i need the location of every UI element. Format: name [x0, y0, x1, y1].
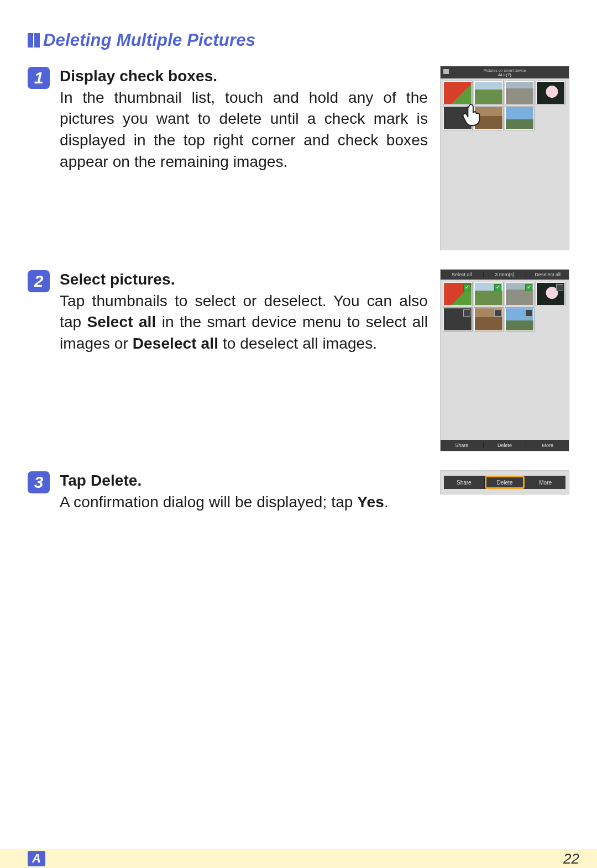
- step-2-body-b2: De­select all: [133, 335, 218, 352]
- checkbox-icon: [525, 309, 532, 317]
- thumbnail[interactable]: [505, 107, 534, 130]
- section-heading: Deleting Multiple Pictures: [28, 30, 569, 50]
- step-3-figure: Share Delete More: [440, 470, 569, 495]
- step-1-headline: Display check boxes.: [60, 67, 217, 85]
- selection-count: 3 Item(s): [483, 272, 526, 277]
- check-icon: ✓: [525, 284, 532, 291]
- step-3-headline: Tap Delete.: [60, 472, 142, 489]
- thumbnail[interactable]: [505, 308, 534, 331]
- step-3-text: Tap Delete. A confirmation dialog will b…: [60, 470, 428, 513]
- touch-hand-icon: [462, 102, 483, 127]
- step-1: 1 Display check boxes. In the thumbnail …: [28, 66, 569, 250]
- thumbnail[interactable]: ✓: [443, 282, 472, 306]
- action-bottombar: Share Delete More: [441, 440, 569, 451]
- phone-header: Pictures on smart device ALL(7): [441, 66, 569, 78]
- check-icon: ✓: [494, 284, 501, 291]
- thumbnail-area: [441, 78, 569, 250]
- step-3: 3 Tap Delete. A confirmation dialog will…: [28, 470, 569, 513]
- section-tab: A: [28, 851, 45, 866]
- checkbox-icon: [494, 309, 501, 317]
- step-2-headline: Select pictures.: [60, 271, 175, 288]
- select-all-button[interactable]: Select all: [441, 272, 483, 277]
- thumbnail[interactable]: ✓: [474, 282, 503, 306]
- step-1-figure: Pictures on smart device ALL(7): [440, 66, 569, 250]
- bottombar-crop: Share Delete More: [440, 470, 569, 495]
- thumbnail[interactable]: [536, 282, 565, 306]
- share-button[interactable]: Share: [441, 443, 483, 448]
- delete-button[interactable]: Delete: [483, 443, 526, 448]
- section-title: Deleting Multiple Pictures: [43, 30, 255, 50]
- thumbnail[interactable]: [505, 81, 534, 104]
- more-button[interactable]: More: [526, 443, 569, 448]
- phone-title: Pictures on smart device: [441, 69, 569, 72]
- step-number: 3: [28, 471, 50, 493]
- deselect-all-button[interactable]: Deselect all: [526, 272, 569, 277]
- step-3-body-b: Yes: [357, 493, 384, 511]
- step-1-text: Display check boxes. In the thumbnail li…: [60, 66, 428, 172]
- step-3-body-post: .: [384, 493, 389, 511]
- checkbox-icon: [463, 309, 470, 317]
- thumbnail[interactable]: [474, 308, 503, 331]
- check-icon: ✓: [463, 284, 470, 291]
- checkbox-icon: [556, 284, 563, 291]
- page-footer: A 22: [0, 849, 597, 868]
- phone-screenshot-1: Pictures on smart device ALL(7): [440, 66, 569, 250]
- thumbnail-area: ✓ ✓ ✓: [441, 280, 569, 440]
- folder-icon: [443, 69, 449, 74]
- selection-topbar: Select all 3 Item(s) Deselect all: [441, 270, 569, 280]
- step-2-text: Select pictures. Tap thumbnails to selec…: [60, 269, 428, 355]
- phone-screenshot-2: Select all 3 Item(s) Deselect all ✓ ✓ ✓: [440, 269, 569, 451]
- step-2-body-b1: Select all: [87, 313, 156, 330]
- page-number: 22: [563, 850, 579, 867]
- phone-subtitle: ALL(7): [441, 72, 569, 77]
- thumbnail[interactable]: ✓: [505, 282, 534, 306]
- thumbnail[interactable]: [443, 81, 472, 104]
- share-button[interactable]: Share: [444, 476, 484, 489]
- step-1-body: In the thumbnail list, touch and hold an…: [60, 89, 428, 170]
- step-3-body-pre: A confirmation dialog will be displayed;…: [60, 493, 357, 511]
- step-number: 1: [28, 67, 50, 89]
- more-button[interactable]: More: [525, 476, 565, 489]
- step-number: 2: [28, 270, 50, 292]
- thumbnail[interactable]: [443, 308, 472, 331]
- heading-bars-icon: [28, 33, 40, 48]
- thumbnail[interactable]: [536, 81, 565, 104]
- step-2-figure: Select all 3 Item(s) Deselect all ✓ ✓ ✓: [440, 269, 569, 451]
- thumbnail[interactable]: [474, 81, 503, 104]
- step-2: 2 Select pictures. Tap thumbnails to sel…: [28, 269, 569, 451]
- delete-button-highlighted[interactable]: Delete: [484, 476, 525, 489]
- step-2-body-post: to deselect all images.: [218, 335, 377, 352]
